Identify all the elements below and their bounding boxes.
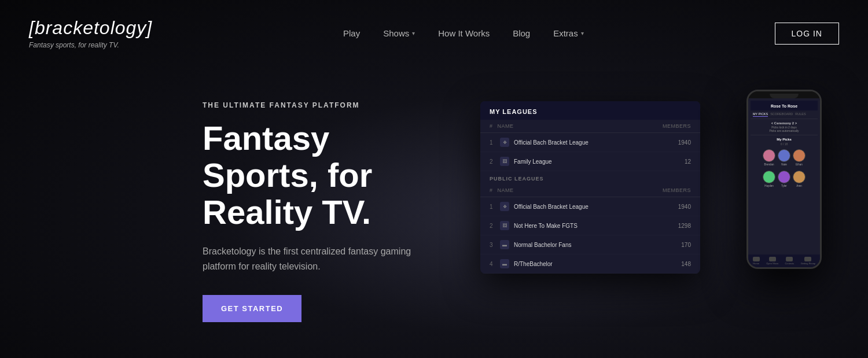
chevron-down-icon: ▾ (412, 30, 415, 36)
recap-icon (804, 257, 811, 261)
phone-notch (770, 94, 799, 98)
main-nav: Play Shows ▾ How It Works Blog Extras ▾ (343, 28, 584, 38)
nav-extras[interactable]: Extras ▾ (553, 28, 584, 38)
logo-text: [bracketology] (29, 17, 152, 39)
league-icon: ▬ (500, 259, 509, 268)
table-row: 2 🖼 Not Here To Make FGTS 1298 (480, 216, 700, 235)
nav-play[interactable]: Play (343, 28, 360, 38)
table-row: 1 ❖ Official Bach Bracket League 1940 (480, 197, 700, 216)
desktop-mock: MY LEAGUES # NAME MEMBERS 1 ❖ Official B… (480, 101, 700, 274)
phone-tabs: MY PICKS SCOREBOARD RULES (751, 110, 818, 119)
tab-rules[interactable]: RULES (795, 112, 806, 117)
table-row: 4 ▬ R/TheBachelor 148 (480, 254, 700, 274)
tab-scoreboard[interactable]: SCOREBOARD (770, 112, 793, 117)
avatar (778, 171, 790, 183)
show-icon (769, 257, 776, 261)
phone-ceremony: < Ceremony 2 > Picks lock in 2 days Pick… (751, 119, 818, 135)
phone-picks-sub: 0 / 18 (751, 142, 818, 146)
phone-screen: Rose To Rose MY PICKS SCOREBOARD RULES <… (748, 98, 820, 269)
contests-icon (786, 257, 793, 261)
logo: [bracketology] Fantasy sports, for reali… (29, 17, 152, 49)
avatar (763, 171, 775, 183)
hero-label: THE ULTIMATE FANTASY PLATFORM (203, 101, 446, 109)
screens-area: MY LEAGUES # NAME MEMBERS 1 ❖ Official B… (480, 90, 839, 286)
phone-mock: Rose To Rose MY PICKS SCOREBOARD RULES <… (746, 90, 822, 269)
bottom-nav-contests[interactable]: Contests (785, 257, 794, 265)
hero-description: Bracketology is the first centralized fa… (203, 244, 446, 274)
table-row: 1 ❖ Official Bach Bracket League 1940 (480, 133, 700, 152)
bottom-nav-open-show[interactable]: Open Show (766, 257, 778, 265)
nav-blog[interactable]: Blog (513, 28, 530, 38)
logo-tagline: Fantasy sports, for reality TV. (29, 41, 152, 49)
avatar-group: Ethan (793, 149, 806, 166)
league-icon: 🖼 (500, 221, 509, 230)
avatar (763, 149, 775, 162)
bottom-nav-getting-recap[interactable]: Getting Recap (801, 257, 816, 265)
avatar-group: Aren (793, 171, 806, 187)
phone-top-bar: Rose To Rose (751, 101, 818, 110)
avatar (778, 149, 790, 162)
nav-shows[interactable]: Shows ▾ (383, 28, 415, 38)
avatar (793, 171, 806, 183)
chevron-down-icon: ▾ (581, 30, 584, 36)
league-icon: 🖼 (500, 157, 509, 166)
league-icon: ❖ (500, 138, 509, 147)
phone-bottom-bar: Home Open Show Contests Getting Recap (748, 254, 820, 267)
get-started-button[interactable]: GET STARTED (203, 295, 301, 322)
phone-picks-title: My Picks (751, 135, 818, 142)
table-header-my-leagues: # NAME MEMBERS (480, 120, 700, 133)
hero-text-block: THE ULTIMATE FANTASY PLATFORM Fantasy Sp… (203, 95, 446, 322)
table-row: 3 ▬ Normal Bachelor Fans 170 (480, 235, 700, 254)
avatar-group: Hayden (763, 171, 775, 187)
league-icon: ▬ (500, 240, 509, 249)
avatar (793, 149, 806, 162)
hero-section: THE ULTIMATE FANTASY PLATFORM Fantasy Sp… (0, 61, 868, 322)
my-leagues-header: MY LEAGUES (480, 101, 700, 120)
home-icon (753, 257, 760, 261)
header: [bracketology] Fantasy sports, for reali… (0, 0, 868, 61)
avatar-group: Tyler (778, 171, 790, 187)
phone-avatars-row-2: Hayden Tyler Aren (751, 169, 818, 189)
avatar-group: Brendan (763, 149, 775, 166)
avatar-group: Nate (778, 149, 790, 166)
table-header-public-leagues: # NAME MEMBERS (480, 184, 700, 197)
table-row: 2 🖼 Family League 12 (480, 152, 700, 171)
bottom-nav-home[interactable]: Home (753, 257, 760, 265)
league-icon: ❖ (500, 202, 509, 211)
login-button[interactable]: LOG IN (775, 23, 839, 45)
tab-my-picks[interactable]: MY PICKS (753, 112, 768, 117)
public-leagues-header: PUBLIC LEAGUES (480, 171, 700, 184)
hero-title: Fantasy Sports, for Reality TV. (203, 120, 446, 230)
phone-screen-title: Rose To Rose (754, 104, 814, 108)
nav-how-it-works[interactable]: How It Works (438, 28, 490, 38)
phone-avatars-row-1: Brendan Nate Ethan (751, 148, 818, 167)
